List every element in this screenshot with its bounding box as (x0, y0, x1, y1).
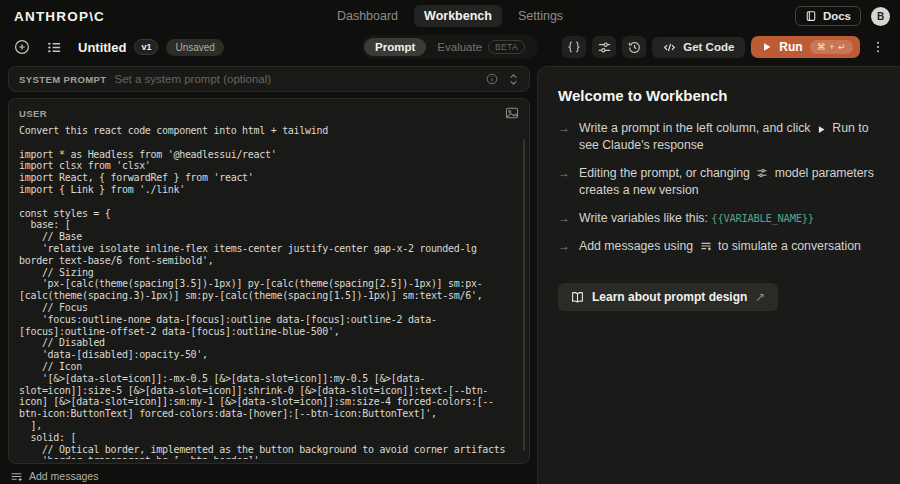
main-nav: Dashboard Workbench Settings (327, 0, 573, 32)
response-panel: Welcome to Workbench → Write a prompt in… (537, 66, 900, 484)
info-icon[interactable] (486, 73, 498, 85)
image-attach-icon[interactable] (505, 107, 519, 119)
tab-evaluate[interactable]: Evaluate BETA (426, 37, 536, 57)
system-prompt-placeholder: Set a system prompt (optional) (115, 73, 478, 85)
book-icon (571, 291, 584, 304)
history-icon (627, 40, 642, 55)
curly-braces-icon (567, 40, 581, 54)
model-parameters-button[interactable] (592, 36, 616, 58)
nav-workbench[interactable]: Workbench (414, 5, 502, 27)
bullet-text: Write variables like this: (579, 211, 708, 225)
welcome-bullet-variables: → Write variables like this: {{VARIABLE_… (558, 210, 882, 227)
version-badge[interactable]: v1 (134, 39, 158, 55)
add-messages-icon (10, 470, 23, 483)
list-icon (47, 40, 62, 55)
plus-circle-icon (14, 39, 30, 55)
beta-badge: BETA (488, 40, 525, 54)
user-role-label: USER (19, 108, 47, 119)
learn-prompt-design-button[interactable]: Learn about prompt design ↗ (558, 283, 778, 311)
arrow-right-icon: → (558, 210, 570, 227)
sliders-icon (597, 40, 612, 55)
scrollbar[interactable] (523, 139, 525, 451)
docs-button[interactable]: Docs (795, 6, 861, 26)
bullet-text: Editing the prompt, or changing (579, 166, 750, 180)
play-icon (817, 125, 826, 134)
add-messages-icon (700, 240, 712, 252)
prompt-column: SYSTEM PROMPT Set a system prompt (optio… (8, 66, 530, 484)
code-icon (663, 41, 676, 54)
arrow-right-icon: → (558, 238, 570, 255)
toolbar-right: Get Code Run ⌘ + ↵ (562, 36, 890, 58)
nav-settings[interactable]: Settings (508, 5, 573, 27)
avatar[interactable]: B (871, 7, 890, 26)
welcome-title: Welcome to Workbench (558, 87, 882, 104)
welcome-bullet-run: → Write a prompt in the left column, and… (558, 120, 882, 154)
user-message-header: USER (9, 99, 529, 121)
toolbar-left: Untitled v1 Unsaved (10, 36, 224, 58)
more-options-button[interactable] (866, 36, 890, 58)
expand-collapse-icon[interactable] (508, 73, 519, 86)
bullet-text: to simulate a conversation (718, 239, 861, 253)
user-message-block: USER Convert this react code component i… (8, 98, 530, 464)
status-badge: Unsaved (166, 39, 223, 56)
top-bar-right: Docs B (795, 6, 890, 26)
system-prompt-field[interactable]: SYSTEM PROMPT Set a system prompt (optio… (8, 66, 530, 92)
anthropic-logo: ANTHROP\C (14, 9, 105, 24)
docs-label: Docs (823, 10, 851, 22)
sliders-icon (756, 167, 768, 179)
get-code-button[interactable]: Get Code (652, 37, 745, 58)
tab-prompt-label: Prompt (375, 41, 415, 53)
external-link-icon: ↗ (755, 290, 765, 304)
system-prompt-label: SYSTEM PROMPT (19, 74, 107, 85)
user-message-content[interactable]: Convert this react code component into h… (9, 121, 529, 459)
mode-tabs: Prompt Evaluate BETA (362, 35, 538, 59)
prompt-title[interactable]: Untitled (78, 40, 126, 55)
top-bar: ANTHROP\C Dashboard Workbench Settings D… (0, 0, 900, 32)
tab-evaluate-label: Evaluate (437, 41, 482, 53)
workbench-toolbar: Untitled v1 Unsaved Prompt Evaluate BETA (0, 32, 900, 62)
learn-button-label: Learn about prompt design (592, 290, 747, 304)
history-button[interactable] (622, 36, 646, 58)
new-prompt-button[interactable] (10, 36, 34, 58)
add-messages-button[interactable]: Add messages (8, 464, 530, 484)
main-area: SYSTEM PROMPT Set a system prompt (optio… (0, 62, 900, 484)
prompt-list-button[interactable] (42, 36, 66, 58)
welcome-bullet-versioning: → Editing the prompt, or changing model … (558, 165, 882, 199)
kebab-icon (871, 40, 885, 54)
tab-prompt[interactable]: Prompt (364, 38, 426, 56)
bullet-text: Add messages using (579, 239, 693, 253)
run-label: Run (779, 40, 802, 54)
run-shortcut: ⌘ + ↵ (810, 40, 853, 54)
arrow-right-icon: → (558, 120, 570, 154)
arrow-right-icon: → (558, 165, 570, 199)
book-icon (805, 10, 817, 22)
variables-button[interactable] (562, 36, 586, 58)
play-icon (762, 42, 772, 52)
run-button[interactable]: Run ⌘ + ↵ (751, 36, 860, 58)
nav-dashboard[interactable]: Dashboard (327, 5, 408, 27)
get-code-label: Get Code (683, 41, 734, 53)
variable-code-sample: {{VARIABLE_NAME}} (711, 212, 813, 224)
add-messages-label: Add messages (29, 470, 98, 482)
system-prompt-controls (486, 73, 519, 86)
bullet-text: Write a prompt in the left column, and c… (579, 121, 810, 135)
welcome-bullet-messages: → Add messages using to simulate a conve… (558, 238, 882, 255)
